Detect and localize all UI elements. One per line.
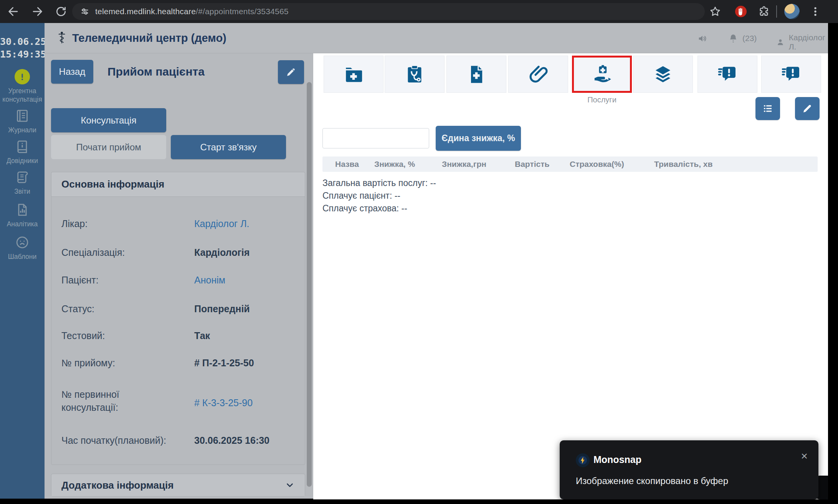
site-info-icon[interactable] xyxy=(80,7,90,16)
url-host: telemed.medlink.healthcare xyxy=(95,7,196,16)
toolbar-divider xyxy=(776,5,777,18)
main-info-card: Основна інформація Лікар: Кардіолог Л. С… xyxy=(51,172,305,465)
tab-notes-button[interactable] xyxy=(761,56,821,93)
forward-arrow-icon xyxy=(31,5,44,18)
clock-time: 15:49:35 xyxy=(0,48,45,61)
sidebar-item-directories[interactable]: Довідники xyxy=(0,139,45,165)
browser-toolbar: telemed.medlink.healthcare/#/appointment… xyxy=(0,0,838,23)
column-header: Знижка, % xyxy=(374,160,415,169)
sidebar-item-label: Звіти xyxy=(0,187,45,196)
analytics-document-icon xyxy=(15,202,30,217)
column-header: Знижка,грн xyxy=(442,160,486,169)
clipboard-stethoscope-icon xyxy=(402,64,427,85)
sidebar-clock: 30.06.25 15:49:35 xyxy=(0,35,45,61)
bell-icon xyxy=(728,33,739,44)
sidebar-item-urgent-consultation[interactable]: Ургентна консультація xyxy=(0,69,45,104)
services-panel: Послуги Єдина знижка, % Назва Знижка, % … xyxy=(313,53,828,499)
main-info-title: Основна інформація xyxy=(51,172,305,197)
notifications-button[interactable]: (23) xyxy=(728,33,757,44)
tab-layers-button[interactable] xyxy=(633,56,693,93)
edit-services-button[interactable] xyxy=(795,97,820,120)
consultation-button[interactable]: Консультація xyxy=(51,108,166,132)
toast-title: Monosnap xyxy=(593,454,641,465)
app-title: Телемедичний центр (демо) xyxy=(72,32,226,44)
app-header: Телемедичний центр (демо) (23) Кардіолог… xyxy=(45,23,828,53)
field-label: Статус: xyxy=(61,302,94,315)
tab-medical-records-button[interactable] xyxy=(324,56,383,93)
adblock-extension-button[interactable] xyxy=(734,5,748,18)
start-call-button[interactable]: Старт зв'язку xyxy=(171,135,286,159)
comment-alert-icon xyxy=(779,64,803,85)
service-list-button[interactable] xyxy=(755,97,780,120)
extra-info-card[interactable]: Додаткова інформація xyxy=(51,474,305,497)
back-button-label: Назад xyxy=(59,66,86,77)
services-totals: Загальна вартість послуг: -- Сплачує пац… xyxy=(322,177,591,215)
app-title-block: Телемедичний центр (демо) xyxy=(56,31,226,44)
field-label: № первинної консультації: xyxy=(61,388,157,414)
browser-forward-button[interactable] xyxy=(31,5,44,18)
services-table-header: Назва Знижка, % Знижка,грн Вартість Стра… xyxy=(322,156,818,172)
sidebar-item-analytics[interactable]: Аналітика xyxy=(0,202,45,228)
column-header: Тривалість, хв xyxy=(654,160,712,169)
sidebar-item-journals[interactable]: Журнали xyxy=(0,108,45,134)
star-icon xyxy=(709,5,721,18)
user-menu[interactable]: Кардіолог Л. xyxy=(776,33,828,51)
tab-attachments-button[interactable] xyxy=(508,56,568,93)
primary-consultation-link[interactable]: # К-3-3-25-90 xyxy=(194,396,253,409)
url-path: /#/appointments/3534565 xyxy=(196,7,289,16)
patient-panel: Назад Прийом пацієнта Консультація Почат… xyxy=(45,53,313,499)
start-reception-button[interactable]: Почати прийом xyxy=(51,135,166,159)
sidebar-item-reports[interactable]: Звіти xyxy=(0,170,45,196)
column-header: Страховка(%) xyxy=(570,160,624,169)
field-value: 30.06.2025 16:30 xyxy=(194,434,269,447)
caduceus-icon xyxy=(56,31,68,44)
extensions-button[interactable] xyxy=(758,5,770,18)
browser-menu-button[interactable] xyxy=(809,5,821,18)
screenshot-root: telemed.medlink.healthcare/#/appointment… xyxy=(0,0,838,504)
browser-profile-avatar[interactable] xyxy=(784,4,800,19)
field-label: Лікар: xyxy=(61,217,88,230)
comment-alert-icon xyxy=(715,64,740,85)
browser-back-button[interactable] xyxy=(7,5,20,18)
field-label: Пацієнт: xyxy=(61,273,99,287)
tab-new-document-button[interactable] xyxy=(446,56,506,93)
field-label: № прийому: xyxy=(61,356,115,369)
panel-scrollbar[interactable] xyxy=(307,82,312,487)
sidebar-item-label: Аналітика xyxy=(0,220,45,228)
reload-icon xyxy=(55,5,68,18)
puzzle-icon xyxy=(758,5,770,18)
back-button[interactable]: Назад xyxy=(51,60,93,84)
column-header: Вартість xyxy=(515,160,549,169)
document-plus-icon xyxy=(464,64,489,85)
total-cost-line: Загальна вартість послуг: -- xyxy=(322,177,591,189)
page-title: Прийом пацієнта xyxy=(107,60,205,84)
apply-discount-button[interactable]: Єдина знижка, % xyxy=(436,126,521,151)
user-name: Кардіолог Л. xyxy=(789,33,828,51)
browser-reload-button[interactable] xyxy=(55,5,68,18)
tab-examination-button[interactable] xyxy=(385,56,445,93)
field-label: Час початку(плановий): xyxy=(61,434,166,447)
tab-services-button[interactable] xyxy=(572,56,632,93)
user-icon xyxy=(776,37,785,48)
back-arrow-icon xyxy=(7,5,20,18)
bookmark-star-button[interactable] xyxy=(709,5,721,18)
list-icon xyxy=(762,103,774,114)
paperclip-icon xyxy=(526,64,550,85)
discount-button-label: Єдина знижка, % xyxy=(441,133,515,143)
sidebar-item-label: Шаблони xyxy=(0,252,45,261)
doctor-link[interactable]: Кардіолог Л. xyxy=(194,217,249,230)
app-sidebar: 30.06.25 15:49:35 Ургентна консультація … xyxy=(0,23,45,499)
sidebar-item-templates[interactable]: Шаблони xyxy=(0,235,45,261)
address-bar[interactable]: telemed.medlink.healthcare/#/appointment… xyxy=(72,3,705,20)
kebab-menu-icon xyxy=(809,5,821,18)
app-window: 30.06.25 15:49:35 Ургентна консультація … xyxy=(0,23,828,499)
field-value: # П-2-1-25-50 xyxy=(194,356,254,369)
patient-link[interactable]: Анонім xyxy=(194,273,225,287)
discount-input[interactable] xyxy=(322,128,429,148)
pencil-icon xyxy=(285,66,297,78)
sound-button[interactable] xyxy=(697,33,708,44)
edit-appointment-button[interactable] xyxy=(278,60,304,84)
tab-complaints-button[interactable] xyxy=(698,56,757,93)
field-value: Попередній xyxy=(194,302,250,315)
toast-close-button[interactable]: × xyxy=(801,450,808,463)
